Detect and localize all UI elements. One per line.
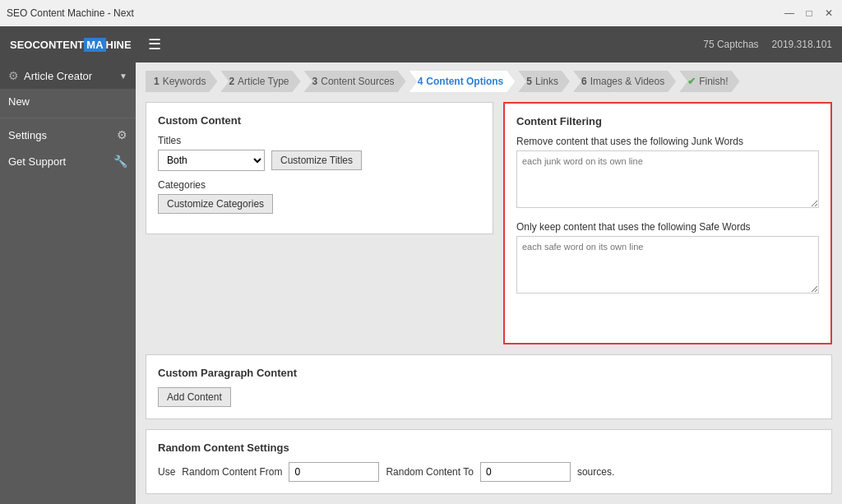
sidebar-new-label: New [8,95,30,108]
version-info: 2019.318.101 [772,39,832,50]
sidebar-item-new[interactable]: New [0,89,136,114]
scroll-content: Custom Content Titles Both Customize Tit… [136,92,842,354]
app-logo: SEO CONTENT MA HINE [10,38,132,52]
custom-paragraph-title: Custom Paragraph Content [158,367,820,379]
app-shell: SEO CONTENT MA HINE ☰ 75 Captchas 2019.3… [0,26,842,504]
random-from-input[interactable] [289,462,379,482]
titles-select[interactable]: Both [158,150,265,171]
customize-categories-button[interactable]: Customize Categories [158,194,273,214]
right-panel: Content Filtering Remove content that us… [503,102,832,344]
tab-label-article-type: Article Type [238,76,289,87]
add-content-button[interactable]: Add Content [158,387,231,407]
window-controls: — □ ✕ [783,7,835,20]
left-panel: Custom Content Titles Both Customize Tit… [146,102,493,344]
categories-label: Categories [158,179,481,191]
top-bar-right: 75 Captchas 2019.318.101 [703,39,832,50]
tab-num-3: 3 [312,76,318,87]
tab-num-6: 6 [581,76,587,87]
sidebar-item-settings[interactable]: Settings ⚙ [0,122,136,148]
tab-label-keywords: Keywords [163,76,206,87]
tab-label-finish: Finish! [699,76,728,87]
captchas-count: 75 Captchas [703,39,758,50]
sidebar-header[interactable]: ⚙ Article Creator ▼ [0,62,136,89]
tab-images-videos[interactable]: 6 Images & Videos [573,71,676,92]
sidebar-divider [0,118,136,118]
top-bar: SEO CONTENT MA HINE ☰ 75 Captchas 2019.3… [0,26,842,62]
logo-seo: SEO [10,39,32,51]
tab-label-content-sources: Content Sources [321,76,394,87]
safe-words-textarea[interactable] [516,236,819,294]
title-bar: SEO Content Machine - Next — □ ✕ [0,0,842,26]
gear-icon: ⚙ [117,128,127,141]
content-filtering-box: Content Filtering Remove content that us… [503,102,832,344]
to-label: Random Content To [386,466,474,478]
settings-label: Settings [8,129,47,141]
sidebar-header-label: Article Creator [24,70,92,82]
tab-num-1: 1 [154,76,160,87]
junk-words-label: Remove content that uses the following J… [516,136,819,147]
from-label: Random Content From [182,466,282,478]
random-to-input[interactable] [480,462,571,482]
random-content-row: Use Random Content From Random Content T… [158,462,820,482]
sidebar-item-support[interactable]: Get Support 🔧 [0,148,136,174]
tab-label-images-videos: Images & Videos [590,76,665,87]
minimize-button[interactable]: — [783,7,796,20]
tab-num-2: 2 [229,76,234,87]
tab-num-5: 5 [526,76,532,87]
main-layout: ⚙ Article Creator ▼ New Settings ⚙ Get S… [0,62,842,504]
random-content-section: Random Content Settings Use Random Conte… [146,429,832,494]
sidebar: ⚙ Article Creator ▼ New Settings ⚙ Get S… [0,62,136,504]
sources-label: sources. [577,466,614,478]
logo-hine: HINE [106,39,132,51]
custom-content-title: Custom Content [158,114,481,127]
bottom-sections: Custom Paragraph Content Add Content Ran… [136,354,842,504]
maximize-button[interactable]: □ [803,7,816,20]
tab-keywords[interactable]: 1 Keywords [146,71,217,92]
filtering-title: Content Filtering [516,115,819,127]
tab-article-type[interactable]: 2 Article Type [220,71,300,92]
logo-ma: MA [84,38,105,52]
wrench-icon: 🔧 [113,155,127,168]
logo-content: CONTENT [32,39,84,51]
safe-words-label: Only keep content that uses the followin… [516,221,819,233]
close-button[interactable]: ✕ [822,7,835,20]
checkmark-icon: ✔ [687,76,696,87]
tab-label-links: Links [535,76,558,87]
tab-content-options[interactable]: 4 Content Options [409,71,516,92]
content-area: 1 Keywords 2 Article Type 3 Content Sour… [136,62,842,504]
hamburger-menu[interactable]: ☰ [148,35,161,53]
use-label: Use [158,466,175,478]
wizard-tabs: 1 Keywords 2 Article Type 3 Content Sour… [136,62,842,92]
random-content-title: Random Content Settings [158,442,820,454]
junk-words-textarea[interactable] [516,150,819,208]
support-label: Get Support [8,155,66,168]
tab-finish[interactable]: ✔ Finish! [679,71,739,92]
tab-label-content-options: Content Options [426,76,503,87]
top-bar-left: SEO CONTENT MA HINE ☰ [10,35,161,53]
titles-label: Titles [158,135,481,146]
custom-content-section: Custom Content Titles Both Customize Tit… [146,102,493,234]
chevron-down-icon: ▼ [119,72,127,81]
categories-row: Customize Categories [158,194,481,214]
tab-num-4: 4 [418,76,423,87]
window-title: SEO Content Machine - Next [7,7,134,19]
customize-titles-button[interactable]: Customize Titles [271,150,362,170]
titles-row: Both Customize Titles [158,150,481,171]
tab-links[interactable]: 5 Links [518,71,570,92]
tab-content-sources[interactable]: 3 Content Sources [304,71,406,92]
custom-paragraph-section: Custom Paragraph Content Add Content [146,354,832,419]
